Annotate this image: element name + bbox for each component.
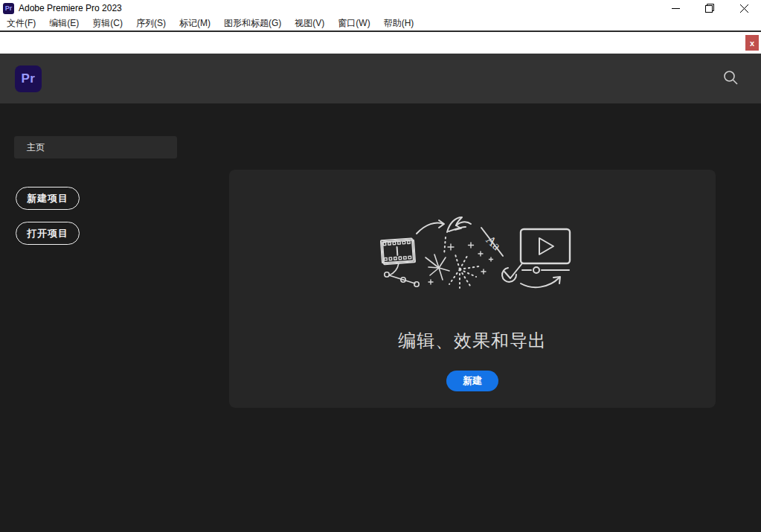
- menu-graphics-titles[interactable]: 图形和标题(G): [217, 16, 288, 31]
- premiere-logo: Pr: [15, 65, 42, 92]
- menu-window[interactable]: 窗口(W): [331, 16, 376, 31]
- premiere-app-icon: Pr: [3, 3, 14, 14]
- notification-strip: x: [0, 32, 761, 54]
- restore-button[interactable]: [693, 0, 727, 16]
- new-project-button[interactable]: 新建项目: [16, 187, 80, 210]
- menu-file[interactable]: 文件(F): [0, 16, 42, 31]
- close-icon: [740, 4, 748, 13]
- menu-edit[interactable]: 编辑(E): [42, 16, 86, 31]
- open-project-button[interactable]: 打开项目: [16, 222, 80, 245]
- edit-effects-export-illustration: Aa: [372, 211, 573, 292]
- close-button[interactable]: [727, 0, 761, 16]
- restore-icon: [705, 4, 714, 13]
- home-screen: 主页 新建项目 打开项目: [0, 103, 761, 532]
- titlebar: Pr Adobe Premiere Pro 2023: [0, 0, 761, 16]
- window-title: Adobe Premiere Pro 2023: [19, 3, 122, 13]
- app-header: Pr: [0, 54, 761, 103]
- menu-markers[interactable]: 标记(M): [173, 16, 217, 31]
- menu-help[interactable]: 帮助(H): [377, 16, 421, 31]
- menu-sequence[interactable]: 序列(S): [129, 16, 173, 31]
- menu-view[interactable]: 视图(V): [288, 16, 331, 31]
- minimize-button[interactable]: [658, 0, 693, 16]
- menu-clip[interactable]: 剪辑(C): [86, 16, 129, 31]
- window-controls: [658, 0, 761, 16]
- sidebar-item-home[interactable]: 主页: [14, 136, 177, 158]
- card-heading: 编辑、效果和导出: [398, 329, 547, 353]
- search-icon: [722, 69, 739, 88]
- edit-effects-export-card: Aa 编辑、效果和导出 新建: [229, 170, 716, 408]
- search-button[interactable]: [719, 68, 742, 90]
- menu-bar: 文件(F) 编辑(E) 剪辑(C) 序列(S) 标记(M) 图形和标题(G) 视…: [0, 16, 761, 32]
- banner-close-button[interactable]: x: [745, 35, 759, 51]
- new-button[interactable]: 新建: [446, 371, 498, 391]
- svg-text:Aa: Aa: [484, 233, 504, 254]
- minimize-icon: [672, 4, 680, 13]
